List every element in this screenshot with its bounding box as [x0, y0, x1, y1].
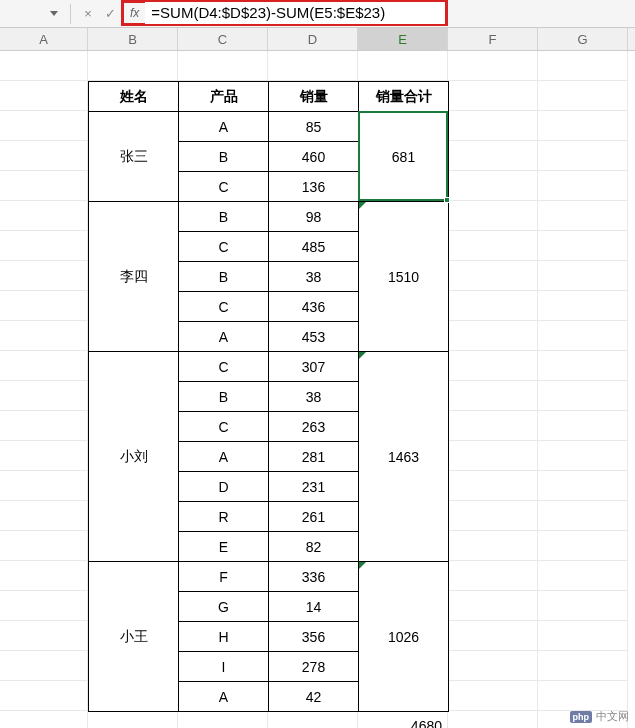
grid-cell[interactable] — [448, 621, 538, 651]
sales-cell[interactable]: 278 — [269, 652, 359, 682]
grid-cell[interactable] — [0, 141, 88, 171]
grid-cell[interactable] — [448, 231, 538, 261]
product-cell[interactable]: I — [179, 652, 269, 682]
grid-cell[interactable] — [0, 351, 88, 381]
grid-cell[interactable] — [0, 681, 88, 711]
name-box[interactable] — [4, 4, 64, 24]
product-cell[interactable]: B — [179, 382, 269, 412]
grid-cell[interactable] — [0, 171, 88, 201]
grid-cell[interactable] — [178, 711, 268, 728]
sales-cell[interactable]: 85 — [269, 112, 359, 142]
header-name[interactable]: 姓名 — [89, 82, 179, 112]
grid-cell[interactable] — [0, 561, 88, 591]
grid-cell[interactable] — [538, 411, 628, 441]
grid-cell[interactable] — [0, 111, 88, 141]
grid-cell[interactable] — [178, 51, 268, 81]
grid-cell[interactable] — [538, 381, 628, 411]
sales-cell[interactable]: 356 — [269, 622, 359, 652]
grid-cell[interactable] — [448, 711, 538, 728]
grid-cell[interactable] — [448, 291, 538, 321]
grid-cell[interactable] — [0, 381, 88, 411]
sales-cell[interactable]: 307 — [269, 352, 359, 382]
total-cell[interactable]: 1463 — [359, 352, 449, 562]
cancel-button[interactable]: × — [77, 3, 99, 25]
grid-cell[interactable] — [538, 81, 628, 111]
grid-cell[interactable] — [448, 441, 538, 471]
col-header-B[interactable]: B — [88, 28, 178, 50]
grid-cell[interactable] — [0, 291, 88, 321]
grid-cell[interactable] — [538, 531, 628, 561]
sales-cell[interactable]: 14 — [269, 592, 359, 622]
sales-cell[interactable]: 336 — [269, 562, 359, 592]
total-cell[interactable]: 681 — [359, 112, 449, 202]
grid-cell[interactable] — [448, 141, 538, 171]
grid-cell[interactable] — [538, 51, 628, 81]
sales-cell[interactable]: 136 — [269, 172, 359, 202]
grid-cell[interactable] — [0, 441, 88, 471]
sales-cell[interactable]: 453 — [269, 322, 359, 352]
product-cell[interactable]: E — [179, 532, 269, 562]
formula-input[interactable] — [145, 2, 445, 24]
header-product[interactable]: 产品 — [179, 82, 269, 112]
grid-cell[interactable] — [448, 411, 538, 441]
product-cell[interactable]: A — [179, 322, 269, 352]
col-header-A[interactable]: A — [0, 28, 88, 50]
product-cell[interactable]: A — [179, 682, 269, 712]
grid-cell[interactable] — [538, 591, 628, 621]
grid-cell[interactable] — [0, 51, 88, 81]
grid-cell[interactable] — [538, 201, 628, 231]
grid-cell[interactable] — [538, 171, 628, 201]
product-cell[interactable]: F — [179, 562, 269, 592]
grid-cell[interactable] — [538, 621, 628, 651]
grid-cell[interactable] — [0, 711, 88, 728]
grid-cell[interactable] — [0, 261, 88, 291]
grid-cell[interactable] — [448, 561, 538, 591]
product-cell[interactable]: H — [179, 622, 269, 652]
product-cell[interactable]: G — [179, 592, 269, 622]
grid-cell[interactable] — [538, 501, 628, 531]
sales-cell[interactable]: 436 — [269, 292, 359, 322]
col-header-C[interactable]: C — [178, 28, 268, 50]
name-cell[interactable]: 张三 — [89, 112, 179, 202]
product-cell[interactable]: A — [179, 442, 269, 472]
product-cell[interactable]: D — [179, 472, 269, 502]
grid-cell[interactable] — [538, 351, 628, 381]
product-cell[interactable]: B — [179, 142, 269, 172]
grid-cell[interactable] — [448, 81, 538, 111]
grid-cell[interactable] — [448, 171, 538, 201]
grid-cell[interactable] — [538, 111, 628, 141]
product-cell[interactable]: B — [179, 262, 269, 292]
col-header-D[interactable]: D — [268, 28, 358, 50]
grid-cell[interactable] — [448, 471, 538, 501]
grid-cell[interactable] — [0, 471, 88, 501]
product-cell[interactable]: C — [179, 232, 269, 262]
col-header-G[interactable]: G — [538, 28, 628, 50]
grid-cell[interactable] — [538, 441, 628, 471]
worksheet[interactable]: 姓名 产品 销量 销量合计 张三A85681B460C136李四B981510C… — [0, 51, 635, 728]
grid-cell[interactable] — [448, 351, 538, 381]
grid-cell[interactable] — [448, 201, 538, 231]
grid-cell[interactable] — [448, 531, 538, 561]
grid-cell[interactable] — [538, 261, 628, 291]
sales-cell[interactable]: 38 — [269, 262, 359, 292]
product-cell[interactable]: A — [179, 112, 269, 142]
grid-cell[interactable] — [0, 591, 88, 621]
product-cell[interactable]: C — [179, 172, 269, 202]
grid-cell[interactable] — [538, 321, 628, 351]
sales-cell[interactable]: 42 — [269, 682, 359, 712]
col-header-E[interactable]: E — [358, 28, 448, 50]
col-header-F[interactable]: F — [448, 28, 538, 50]
grid-cell[interactable] — [448, 321, 538, 351]
product-cell[interactable]: B — [179, 202, 269, 232]
product-cell[interactable]: R — [179, 502, 269, 532]
grid-cell[interactable] — [538, 291, 628, 321]
grid-cell[interactable] — [448, 261, 538, 291]
header-total[interactable]: 销量合计 — [359, 82, 449, 112]
total-cell[interactable]: 1510 — [359, 202, 449, 352]
header-sales[interactable]: 销量 — [269, 82, 359, 112]
grid-cell[interactable] — [268, 51, 358, 81]
enter-button[interactable]: ✓ — [99, 3, 121, 25]
product-cell[interactable]: C — [179, 412, 269, 442]
sales-cell[interactable]: 460 — [269, 142, 359, 172]
name-cell[interactable]: 李四 — [89, 202, 179, 352]
